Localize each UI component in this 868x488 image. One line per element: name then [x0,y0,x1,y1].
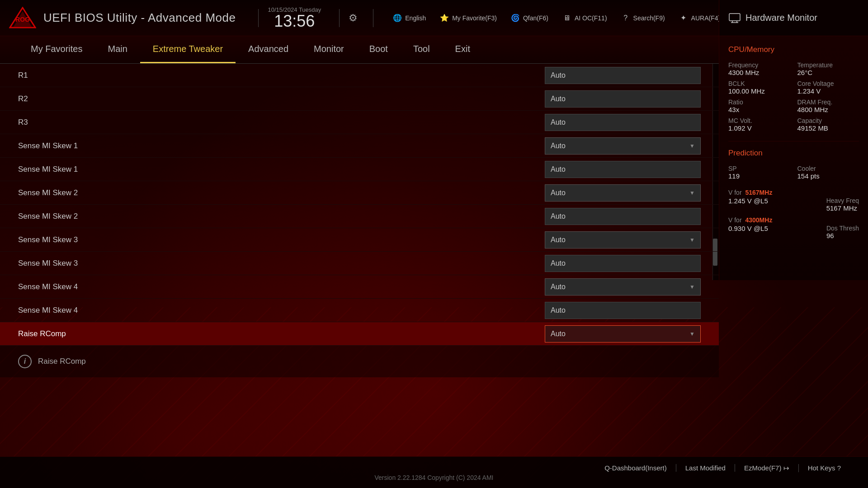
toolbar-search-label: Search(F9) [633,14,665,22]
nav-monitor[interactable]: Monitor [301,36,357,63]
table-row[interactable]: Sense MI Skew 1 Auto ▼ [0,134,719,158]
footer-ez-mode[interactable]: EzMode(F7) ↦ [735,464,799,472]
table-row[interactable]: Raise RComp Auto ▼ [0,322,719,346]
hw-divider [728,141,859,141]
nav-boot[interactable]: Boot [357,36,401,63]
v-for-5167-row: V for 5167MHz 1.245 V @L5 Heavy Freq 516… [728,189,859,212]
bclk-group: BCLK 100.00 MHz [728,80,790,95]
footer-last-modified[interactable]: Last Modified [676,464,735,472]
setting-value-sense-mi-skew1-b[interactable]: Auto [545,161,701,178]
setting-value-r2[interactable]: Auto [545,90,701,108]
setting-label-sense-mi-skew2-a: Sense MI Skew 2 [18,188,545,197]
capacity-group: Capacity 49152 MB [797,117,859,132]
mc-volt-group: MC Volt. 1.092 V [728,117,790,132]
toolbar-qfan-label: Qfan(F6) [523,14,548,22]
temperature-label: Temperature 26°C [797,61,859,76]
setting-dropdown-raise-rcomp[interactable]: Auto ▼ [545,325,701,343]
divider2 [339,9,340,27]
sp-group: SP 119 [728,165,790,180]
setting-label-sense-mi-skew3-b: Sense MI Skew 3 [18,259,545,268]
setting-label-r2: R2 [18,94,545,103]
star-icon: ⭐ [439,13,449,23]
nav-main[interactable]: Main [95,36,140,63]
setting-label-sense-mi-skew4-a: Sense MI Skew 4 [18,282,545,291]
toolbar-ai-oc-label: AI OC(F11) [575,14,607,22]
toolbar-language[interactable]: 🌐 English [387,11,431,25]
chevron-down-icon: ▼ [689,190,695,196]
hw-monitor-header: Hardware Monitor [719,0,868,36]
divider3 [373,9,373,27]
table-row[interactable]: Sense MI Skew 3 Auto ▼ [0,228,719,252]
setting-value-r3[interactable]: Auto [545,114,701,131]
table-row[interactable]: Sense MI Skew 3 Auto [0,252,719,275]
setting-dropdown-sense-mi-skew3-a[interactable]: Auto ▼ [545,231,701,249]
chevron-down-icon: ▼ [689,143,695,149]
setting-dropdown-sense-mi-skew4-a[interactable]: Auto ▼ [545,278,701,296]
setting-value-r1[interactable]: Auto [545,67,701,84]
nav-tool[interactable]: Tool [401,36,443,63]
toolbar-search[interactable]: ? Search(F9) [615,11,670,25]
prediction-title: Prediction [728,149,859,158]
setting-label-raise-rcomp: Raise RComp [18,329,545,338]
cpu-memory-grid: Frequency 4300 MHz Temperature 26°C BCLK… [728,61,859,132]
asus-rog-logo: ROG [9,7,36,29]
setting-value-sense-mi-skew3-b[interactable]: Auto [545,255,701,272]
setting-label-r1: R1 [18,71,545,80]
hw-monitor-title: Hardware Monitor [745,13,817,23]
setting-label-sense-mi-skew3-a: Sense MI Skew 3 [18,235,545,244]
footer-buttons: Q-Dashboard(Insert) Last Modified EzMode… [0,464,868,472]
prediction-grid: SP 119 Cooler 154 pts [728,165,859,180]
divider [258,9,259,27]
toolbar-aura[interactable]: ✦ AURA(F4) [673,11,726,25]
toolbar-language-label: English [405,14,426,22]
cpu-icon: 🖥 [562,13,572,23]
cpu-memory-title: CPU/Memory [728,45,859,54]
nav-extreme-tweaker[interactable]: Extreme Tweaker [140,36,236,63]
table-row[interactable]: Sense MI Skew 2 Auto [0,205,719,228]
chevron-down-icon: ▼ [689,284,695,290]
setting-value-sense-mi-skew2-b[interactable]: Auto [545,208,701,225]
core-voltage-group: Core Voltage 1.234 V [797,80,859,95]
setting-value-sense-mi-skew4-b[interactable]: Auto [545,302,701,319]
setting-label-sense-mi-skew2-b: Sense MI Skew 2 [18,212,545,221]
nav-exit[interactable]: Exit [443,36,483,63]
table-row[interactable]: Sense MI Skew 2 Auto ▼ [0,181,719,205]
globe-icon: 🌐 [392,13,402,23]
svg-text:ROG: ROG [15,15,30,23]
settings-list: R1 Auto R2 Auto R3 Auto Sense MI Skew 1 … [0,64,719,346]
footer-version: Version 2.22.1284 Copyright (C) 2024 AMI [374,474,493,481]
table-row[interactable]: R2 Auto [0,87,719,111]
info-text: Raise RComp [38,357,86,366]
chevron-down-icon: ▼ [689,237,695,243]
table-row[interactable]: Sense MI Skew 1 Auto [0,158,719,181]
table-row[interactable]: Sense MI Skew 4 Auto [0,299,719,322]
cooler-group: Cooler 154 pts [797,165,859,180]
toolbar-qfan[interactable]: 🌀 Qfan(F6) [505,11,554,25]
toolbar-aura-label: AURA(F4) [691,14,721,22]
ratio-group: Ratio 43x [728,99,790,113]
setting-dropdown-sense-mi-skew1-a[interactable]: Auto ▼ [545,137,701,155]
toolbar-my-favorite[interactable]: ⭐ My Favorite(F3) [434,11,502,25]
settings-panel: R1 Auto R2 Auto R3 Auto Sense MI Skew 1 … [0,64,719,466]
settings-gear-icon[interactable]: ⚙ [349,12,358,24]
setting-label-sense-mi-skew1-b: Sense MI Skew 1 [18,165,545,174]
search-icon: ? [621,13,631,23]
nav-advanced[interactable]: Advanced [236,36,301,63]
footer-q-dashboard[interactable]: Q-Dashboard(Insert) [595,464,676,472]
v-for-4300-row: V for 4300MHz 0.930 V @L5 Dos Thresh 96 [728,216,859,239]
footer-hot-keys[interactable]: Hot Keys ? [799,464,850,472]
table-row[interactable]: R1 Auto [0,64,719,87]
table-row[interactable]: R3 Auto [0,111,719,134]
toolbar-my-favorite-label: My Favorite(F3) [452,14,497,22]
hardware-monitor-panel: Hardware Monitor CPU/Memory Frequency 43… [719,0,868,280]
setting-label-sense-mi-skew1-a: Sense MI Skew 1 [18,141,545,150]
frequency-label: Frequency 4300 MHz [728,61,790,76]
setting-dropdown-sense-mi-skew2-a[interactable]: Auto ▼ [545,184,701,202]
dram-freq-group: DRAM Freq. 4800 MHz [797,99,859,113]
table-row[interactable]: Sense MI Skew 4 Auto ▼ [0,275,719,299]
aura-icon: ✦ [679,13,689,23]
nav-my-favorites[interactable]: My Favorites [18,36,95,63]
datetime: 10/15/2024 Tuesday 13:56 [268,6,321,29]
toolbar-ai-oc[interactable]: 🖥 AI OC(F11) [557,11,613,25]
hw-monitor-body: CPU/Memory Frequency 4300 MHz Temperatur… [719,36,868,249]
